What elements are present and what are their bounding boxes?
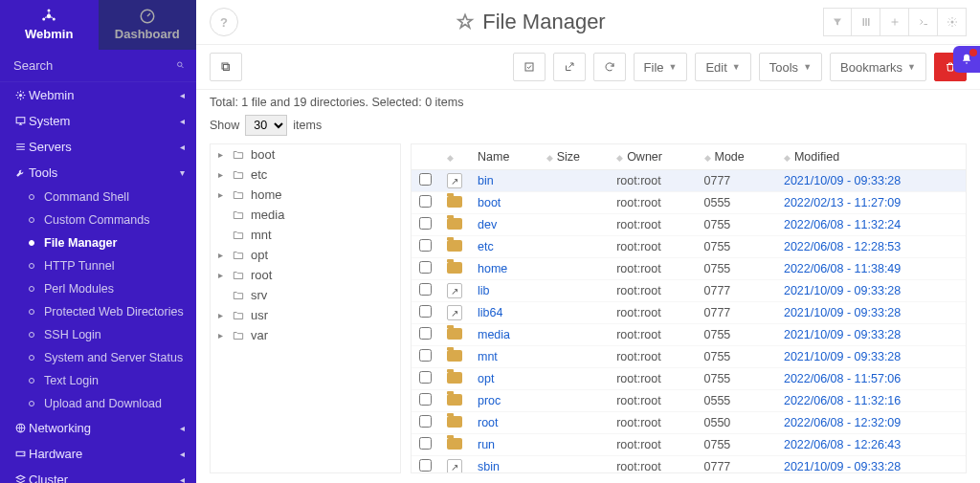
col-size[interactable]: ◆Size	[539, 144, 609, 170]
col-mode[interactable]: ◆Mode	[697, 144, 776, 170]
row-checkbox[interactable]	[419, 349, 432, 362]
cell-mode: 0550	[697, 412, 776, 434]
cell-name[interactable]: media	[470, 324, 539, 346]
cell-name[interactable]: lib	[470, 280, 539, 302]
tree-item-home[interactable]: ▸home	[211, 185, 400, 205]
table-row[interactable]: mediaroot:root07552021/10/09 - 09:33:28	[412, 324, 966, 346]
row-checkbox[interactable]	[419, 173, 432, 186]
toolbar-refresh-button[interactable]	[593, 53, 626, 81]
nav-item-system-and-server-status[interactable]: System and Server Status	[0, 346, 196, 369]
row-checkbox[interactable]	[419, 261, 432, 274]
tree-item-var[interactable]: ▸var	[211, 325, 400, 345]
titlebar-columns-button[interactable]	[852, 8, 880, 36]
titlebar-add-button[interactable]	[880, 8, 909, 36]
cell-name[interactable]: bin	[470, 170, 539, 192]
titlebar-settings-button[interactable]	[938, 8, 967, 36]
titlebar-terminal-button[interactable]	[909, 8, 938, 36]
tree-item-mnt[interactable]: mnt	[211, 225, 400, 245]
nav-item-command-shell[interactable]: Command Shell	[0, 186, 196, 209]
sort-icon[interactable]: ◆	[447, 153, 454, 163]
row-checkbox[interactable]	[419, 195, 432, 208]
cell-name[interactable]: sbin	[470, 456, 539, 474]
toolbar-tools-menu[interactable]: Tools▼	[759, 53, 822, 81]
cell-name[interactable]: etc	[470, 236, 539, 258]
row-checkbox[interactable]	[419, 239, 432, 252]
row-checkbox[interactable]	[419, 283, 432, 296]
tree-item-etc[interactable]: ▸etc	[211, 165, 400, 185]
table-row[interactable]: ↗sbinroot:root07772021/10/09 - 09:33:28	[412, 456, 966, 474]
tree-item-root[interactable]: ▸root	[211, 265, 400, 285]
row-checkbox[interactable]	[419, 393, 432, 406]
tab-dashboard[interactable]: Dashboard	[99, 0, 197, 50]
cell-name[interactable]: run	[470, 434, 539, 456]
titlebar-filter-button[interactable]	[823, 8, 852, 36]
show-count-select[interactable]: 30	[245, 115, 287, 136]
toolbar-file-menu[interactable]: File▼	[634, 53, 688, 81]
table-row[interactable]: devroot:root07552022/06/08 - 11:32:24	[412, 214, 966, 236]
row-checkbox[interactable]	[419, 437, 432, 450]
tree-item-opt[interactable]: ▸opt	[211, 245, 400, 265]
folder-icon	[232, 188, 245, 202]
table-row[interactable]: runroot:root07552022/06/08 - 12:26:43	[412, 434, 966, 456]
nav-item-text-login[interactable]: Text Login	[0, 369, 196, 392]
table-row[interactable]: ↗libroot:root07772021/10/09 - 09:33:28	[412, 280, 966, 302]
toolbar-copy-button[interactable]	[210, 53, 242, 81]
col-owner[interactable]: ◆Owner	[609, 144, 696, 170]
folder-icon	[447, 218, 462, 230]
table-row[interactable]: ↗binroot:root07772021/10/09 - 09:33:28	[412, 170, 966, 192]
table-row[interactable]: rootroot:root05502022/06/08 - 12:32:09	[412, 412, 966, 434]
nav-item-http-tunnel[interactable]: HTTP Tunnel	[0, 254, 196, 277]
table-row[interactable]: etcroot:root07552022/06/08 - 12:28:53	[412, 236, 966, 258]
cell-name[interactable]: proc	[470, 390, 539, 412]
table-row[interactable]: bootroot:root05552022/02/13 - 11:27:09	[412, 192, 966, 214]
cell-name[interactable]: root	[470, 412, 539, 434]
tree-item-srv[interactable]: srv	[211, 285, 400, 305]
notifications-button[interactable]	[953, 46, 980, 73]
row-checkbox[interactable]	[419, 415, 432, 428]
tree-item-boot[interactable]: ▸boot	[211, 144, 400, 165]
row-checkbox[interactable]	[419, 371, 432, 384]
nav-group-system[interactable]: System◂	[0, 108, 196, 134]
star-icon[interactable]	[456, 12, 475, 32]
nav-item-file-manager[interactable]: File Manager	[0, 231, 196, 254]
nav-group-cluster[interactable]: Cluster◂	[0, 467, 196, 483]
row-checkbox[interactable]	[419, 217, 432, 230]
search-icon[interactable]	[176, 58, 185, 72]
table-row[interactable]: ↗lib64root:root07772021/10/09 - 09:33:28	[412, 302, 966, 324]
nav-item-perl-modules[interactable]: Perl Modules	[0, 277, 196, 300]
cell-name[interactable]: lib64	[470, 302, 539, 324]
cell-name[interactable]: opt	[470, 368, 539, 390]
nav-item-upload-and-download[interactable]: Upload and Download	[0, 392, 196, 415]
nav-group-hardware[interactable]: Hardware◂	[0, 441, 196, 467]
toolbar-edit-menu[interactable]: Edit▼	[695, 53, 750, 81]
col-modified[interactable]: ◆Modified	[776, 144, 966, 170]
nav-group-tools[interactable]: Tools▾	[0, 160, 196, 186]
search-input[interactable]	[11, 57, 176, 74]
cell-name[interactable]: boot	[470, 192, 539, 214]
table-row[interactable]: mntroot:root07552021/10/09 - 09:33:28	[412, 346, 966, 368]
toolbar-select-all-button[interactable]	[513, 53, 546, 81]
nav-item-protected-web-directories[interactable]: Protected Web Directories	[0, 300, 196, 323]
cell-name[interactable]: dev	[470, 214, 539, 236]
tree-item-usr[interactable]: ▸usr	[211, 305, 400, 325]
nav-group-webmin[interactable]: Webmin◂	[0, 82, 196, 108]
row-checkbox[interactable]	[419, 327, 432, 340]
nav-item-custom-commands[interactable]: Custom Commands	[0, 209, 196, 231]
cell-name[interactable]: home	[470, 258, 539, 280]
table-row[interactable]: procroot:root05552022/06/08 - 11:32:16	[412, 390, 966, 412]
cell-name[interactable]: mnt	[470, 346, 539, 368]
toolbar-bookmarks-menu[interactable]: Bookmarks▼	[830, 53, 926, 81]
row-checkbox[interactable]	[419, 459, 432, 472]
table-row[interactable]: optroot:root07552022/06/08 - 11:57:06	[412, 368, 966, 390]
nav-group-networking[interactable]: Networking◂	[0, 415, 196, 441]
help-button[interactable]: ?	[210, 8, 238, 36]
tab-webmin[interactable]: Webmin	[0, 0, 99, 50]
nav-group-servers[interactable]: Servers◂	[0, 134, 196, 160]
tree-item-media[interactable]: media	[211, 205, 400, 225]
table-row[interactable]: homeroot:root07552022/06/08 - 11:38:49	[412, 258, 966, 280]
row-checkbox[interactable]	[419, 305, 432, 318]
col-name[interactable]: Name	[470, 144, 539, 170]
nav-item-ssh-login[interactable]: SSH Login	[0, 323, 196, 346]
toolbar-open-external-button[interactable]	[553, 53, 586, 81]
sidebar: Webmin Dashboard Webmin◂System◂Servers◂T…	[0, 0, 196, 483]
